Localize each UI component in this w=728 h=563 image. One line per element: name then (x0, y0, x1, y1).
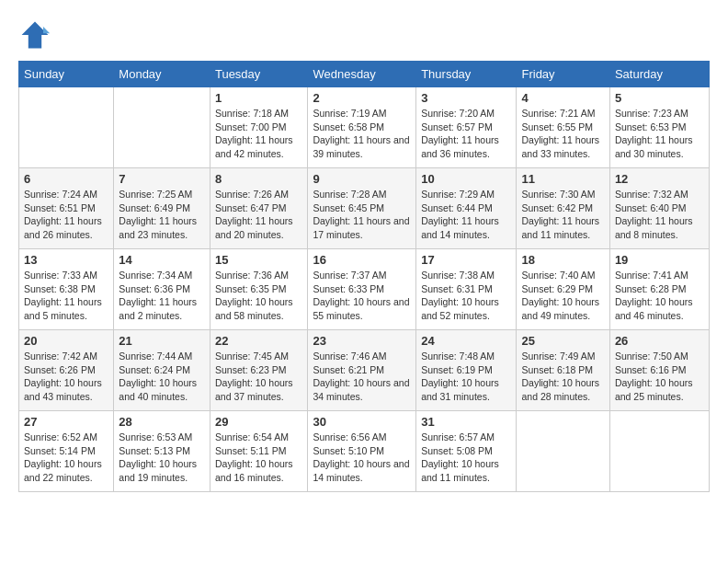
day-number: 11 (521, 172, 604, 186)
calendar-cell: 31Sunrise: 6:57 AMSunset: 5:08 PMDayligh… (416, 411, 517, 492)
day-detail: Sunrise: 7:41 AMSunset: 6:28 PMDaylight:… (615, 269, 704, 323)
day-detail: Sunrise: 7:38 AMSunset: 6:31 PMDaylight:… (421, 269, 511, 323)
day-number: 29 (215, 415, 302, 429)
calendar-cell: 9Sunrise: 7:28 AMSunset: 6:45 PMDaylight… (308, 168, 416, 249)
day-detail: Sunrise: 7:45 AMSunset: 6:23 PMDaylight:… (215, 350, 302, 404)
day-detail: Sunrise: 7:23 AMSunset: 6:53 PMDaylight:… (615, 107, 704, 161)
calendar-cell: 30Sunrise: 6:56 AMSunset: 5:10 PMDayligh… (308, 411, 416, 492)
calendar-cell: 27Sunrise: 6:52 AMSunset: 5:14 PMDayligh… (19, 411, 114, 492)
day-detail: Sunrise: 7:37 AMSunset: 6:33 PMDaylight:… (313, 269, 411, 323)
day-number: 22 (215, 334, 302, 348)
day-number: 23 (313, 334, 411, 348)
day-detail: Sunrise: 7:29 AMSunset: 6:44 PMDaylight:… (421, 188, 511, 242)
calendar-cell: 17Sunrise: 7:38 AMSunset: 6:31 PMDayligh… (416, 249, 517, 330)
day-detail: Sunrise: 7:49 AMSunset: 6:18 PMDaylight:… (521, 350, 604, 404)
day-number: 21 (119, 334, 205, 348)
day-number: 14 (119, 253, 205, 267)
calendar-cell: 12Sunrise: 7:32 AMSunset: 6:40 PMDayligh… (609, 168, 709, 249)
day-number: 17 (421, 253, 511, 267)
day-detail: Sunrise: 6:52 AMSunset: 5:14 PMDaylight:… (24, 431, 108, 485)
day-number: 31 (421, 415, 511, 429)
calendar-cell: 8Sunrise: 7:26 AMSunset: 6:47 PMDaylight… (210, 168, 307, 249)
day-detail: Sunrise: 7:44 AMSunset: 6:24 PMDaylight:… (119, 350, 205, 404)
calendar-cell: 22Sunrise: 7:45 AMSunset: 6:23 PMDayligh… (210, 330, 307, 411)
calendar-cell: 29Sunrise: 6:54 AMSunset: 5:11 PMDayligh… (210, 411, 307, 492)
day-number: 10 (421, 172, 511, 186)
calendar-cell: 7Sunrise: 7:25 AMSunset: 6:49 PMDaylight… (114, 168, 210, 249)
day-number: 19 (615, 253, 704, 267)
day-detail: Sunrise: 6:56 AMSunset: 5:10 PMDaylight:… (313, 431, 411, 485)
day-detail: Sunrise: 6:57 AMSunset: 5:08 PMDaylight:… (421, 431, 511, 485)
day-detail: Sunrise: 7:26 AMSunset: 6:47 PMDaylight:… (215, 188, 302, 242)
day-detail: Sunrise: 7:50 AMSunset: 6:16 PMDaylight:… (615, 350, 704, 404)
logo-icon (18, 18, 51, 52)
calendar-cell: 21Sunrise: 7:44 AMSunset: 6:24 PMDayligh… (114, 330, 210, 411)
day-number: 16 (313, 253, 411, 267)
calendar-cell: 19Sunrise: 7:41 AMSunset: 6:28 PMDayligh… (609, 249, 709, 330)
day-detail: Sunrise: 7:21 AMSunset: 6:55 PMDaylight:… (521, 107, 604, 161)
day-number: 30 (313, 415, 411, 429)
calendar-cell: 16Sunrise: 7:37 AMSunset: 6:33 PMDayligh… (308, 249, 416, 330)
day-number: 3 (421, 91, 511, 105)
day-detail: Sunrise: 7:30 AMSunset: 6:42 PMDaylight:… (521, 188, 604, 242)
calendar-week-row: 1Sunrise: 7:18 AMSunset: 7:00 PMDaylight… (19, 87, 710, 168)
day-detail: Sunrise: 7:33 AMSunset: 6:38 PMDaylight:… (24, 269, 108, 323)
calendar-cell: 26Sunrise: 7:50 AMSunset: 6:16 PMDayligh… (609, 330, 709, 411)
day-detail: Sunrise: 7:42 AMSunset: 6:26 PMDaylight:… (24, 350, 108, 404)
calendar-cell (114, 87, 210, 168)
day-number: 25 (521, 334, 604, 348)
calendar-cell: 11Sunrise: 7:30 AMSunset: 6:42 PMDayligh… (517, 168, 609, 249)
day-detail: Sunrise: 7:28 AMSunset: 6:45 PMDaylight:… (313, 188, 411, 242)
day-number: 27 (24, 415, 108, 429)
calendar-cell (19, 87, 114, 168)
day-header-sunday: Sunday (19, 62, 114, 87)
day-header-wednesday: Wednesday (308, 62, 416, 87)
calendar-cell: 2Sunrise: 7:19 AMSunset: 6:58 PMDaylight… (308, 87, 416, 168)
day-number: 9 (313, 172, 411, 186)
calendar-header-row: SundayMondayTuesdayWednesdayThursdayFrid… (19, 62, 710, 87)
day-detail: Sunrise: 7:18 AMSunset: 7:00 PMDaylight:… (215, 107, 302, 161)
day-header-monday: Monday (114, 62, 210, 87)
calendar-cell: 15Sunrise: 7:36 AMSunset: 6:35 PMDayligh… (210, 249, 307, 330)
calendar-cell: 14Sunrise: 7:34 AMSunset: 6:36 PMDayligh… (114, 249, 210, 330)
day-number: 24 (421, 334, 511, 348)
day-detail: Sunrise: 6:53 AMSunset: 5:13 PMDaylight:… (119, 431, 205, 485)
day-detail: Sunrise: 7:34 AMSunset: 6:36 PMDaylight:… (119, 269, 205, 323)
day-number: 20 (24, 334, 108, 348)
calendar-cell (609, 411, 709, 492)
calendar-week-row: 27Sunrise: 6:52 AMSunset: 5:14 PMDayligh… (19, 411, 710, 492)
day-number: 6 (24, 172, 108, 186)
calendar-cell: 20Sunrise: 7:42 AMSunset: 6:26 PMDayligh… (19, 330, 114, 411)
day-detail: Sunrise: 7:20 AMSunset: 6:57 PMDaylight:… (421, 107, 511, 161)
calendar-cell (517, 411, 609, 492)
calendar-cell: 28Sunrise: 6:53 AMSunset: 5:13 PMDayligh… (114, 411, 210, 492)
calendar-cell: 13Sunrise: 7:33 AMSunset: 6:38 PMDayligh… (19, 249, 114, 330)
day-number: 8 (215, 172, 302, 186)
day-number: 7 (119, 172, 205, 186)
day-detail: Sunrise: 7:40 AMSunset: 6:29 PMDaylight:… (521, 269, 604, 323)
calendar-week-row: 20Sunrise: 7:42 AMSunset: 6:26 PMDayligh… (19, 330, 710, 411)
day-number: 12 (615, 172, 704, 186)
day-number: 18 (521, 253, 604, 267)
day-number: 15 (215, 253, 302, 267)
calendar-cell: 24Sunrise: 7:48 AMSunset: 6:19 PMDayligh… (416, 330, 517, 411)
calendar-cell: 5Sunrise: 7:23 AMSunset: 6:53 PMDaylight… (609, 87, 709, 168)
day-number: 4 (521, 91, 604, 105)
day-detail: Sunrise: 7:48 AMSunset: 6:19 PMDaylight:… (421, 350, 511, 404)
day-number: 1 (215, 91, 302, 105)
day-detail: Sunrise: 7:24 AMSunset: 6:51 PMDaylight:… (24, 188, 108, 242)
day-detail: Sunrise: 7:19 AMSunset: 6:58 PMDaylight:… (313, 107, 411, 161)
day-header-thursday: Thursday (416, 62, 517, 87)
day-header-saturday: Saturday (609, 62, 709, 87)
day-detail: Sunrise: 7:32 AMSunset: 6:40 PMDaylight:… (615, 188, 704, 242)
calendar-cell: 4Sunrise: 7:21 AMSunset: 6:55 PMDaylight… (517, 87, 609, 168)
day-detail: Sunrise: 7:36 AMSunset: 6:35 PMDaylight:… (215, 269, 302, 323)
calendar-cell: 3Sunrise: 7:20 AMSunset: 6:57 PMDaylight… (416, 87, 517, 168)
day-detail: Sunrise: 6:54 AMSunset: 5:11 PMDaylight:… (215, 431, 302, 485)
calendar-week-row: 13Sunrise: 7:33 AMSunset: 6:38 PMDayligh… (19, 249, 710, 330)
calendar-cell: 23Sunrise: 7:46 AMSunset: 6:21 PMDayligh… (308, 330, 416, 411)
calendar-table: SundayMondayTuesdayWednesdayThursdayFrid… (18, 61, 710, 492)
calendar-cell: 25Sunrise: 7:49 AMSunset: 6:18 PMDayligh… (517, 330, 609, 411)
day-header-friday: Friday (517, 62, 609, 87)
calendar-cell: 6Sunrise: 7:24 AMSunset: 6:51 PMDaylight… (19, 168, 114, 249)
